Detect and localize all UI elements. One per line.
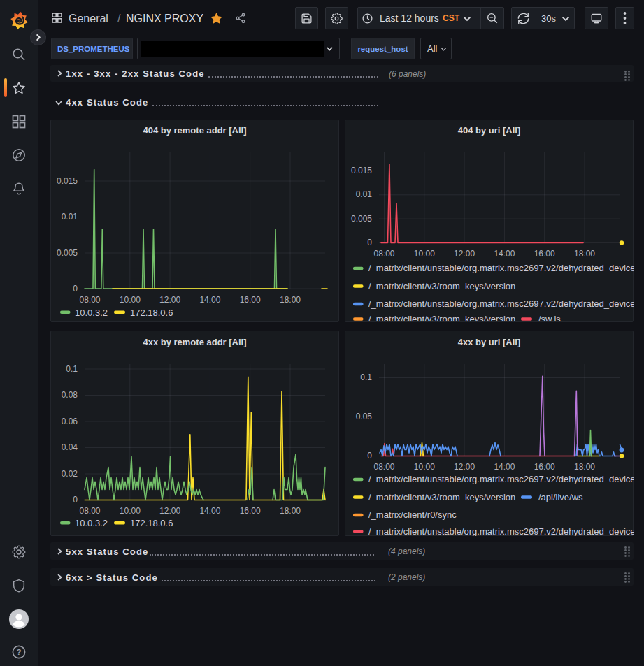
- svg-text:10:00: 10:00: [414, 249, 435, 259]
- svg-text:18:00: 18:00: [280, 295, 301, 305]
- svg-text:14:00: 14:00: [199, 295, 220, 305]
- svg-text:0.01: 0.01: [356, 189, 373, 199]
- svg-text:14:00: 14:00: [494, 462, 515, 472]
- svg-text:10:00: 10:00: [120, 506, 141, 516]
- svg-text:12:00: 12:00: [454, 462, 475, 472]
- svg-text:0.015: 0.015: [351, 166, 372, 175]
- svg-text:16:00: 16:00: [240, 506, 261, 516]
- svg-text:08:00: 08:00: [79, 506, 100, 516]
- svg-text:/_matrix/client/r0/sync: /_matrix/client/r0/sync: [368, 509, 457, 520]
- svg-text:10:00: 10:00: [120, 295, 141, 305]
- svg-text:08:00: 08:00: [373, 462, 394, 472]
- svg-text:172.18.0.6: 172.18.0.6: [130, 518, 173, 528]
- svg-text:0: 0: [73, 495, 78, 505]
- svg-text:0.015: 0.015: [57, 176, 78, 186]
- svg-text:/sw.js: /sw.js: [538, 314, 561, 321]
- svg-text:12:00: 12:00: [454, 249, 475, 259]
- svg-text:18:00: 18:00: [574, 249, 595, 259]
- svg-text:0.04: 0.04: [62, 442, 78, 452]
- svg-text:/_matrix/client/unstable/org.m: /_matrix/client/unstable/org.matrix.msc2…: [368, 474, 634, 484]
- svg-text:12:00: 12:00: [159, 506, 180, 516]
- svg-text:16:00: 16:00: [240, 295, 261, 305]
- svg-text:0.005: 0.005: [351, 214, 372, 224]
- svg-text:08:00: 08:00: [79, 295, 100, 305]
- svg-text:0.08: 0.08: [62, 390, 78, 400]
- svg-text:16:00: 16:00: [534, 462, 555, 472]
- svg-text:0: 0: [73, 284, 78, 294]
- svg-text:12:00: 12:00: [159, 295, 180, 305]
- svg-text:0: 0: [367, 238, 372, 247]
- svg-text:14:00: 14:00: [494, 249, 515, 259]
- svg-text:0.05: 0.05: [356, 412, 373, 421]
- svg-text:0.1: 0.1: [66, 364, 78, 374]
- svg-text:172.18.0.6: 172.18.0.6: [130, 307, 173, 318]
- svg-text:/_matrix/client/v3/room_keys/v: /_matrix/client/v3/room_keys/version: [368, 281, 515, 291]
- svg-text:18:00: 18:00: [280, 506, 301, 516]
- svg-text:14:00: 14:00: [199, 506, 220, 516]
- svg-text:0.02: 0.02: [62, 469, 78, 479]
- svg-text:/_matrix/client/unstable/org.m: /_matrix/client/unstable/org.matrix.msc2…: [368, 526, 634, 536]
- svg-text:0.1: 0.1: [360, 372, 372, 382]
- svg-text:?: ?: [16, 648, 21, 656]
- svg-text:/api/live/ws: /api/live/ws: [538, 492, 583, 502]
- svg-text:0.01: 0.01: [62, 212, 78, 222]
- svg-text:0.005: 0.005: [57, 248, 78, 258]
- svg-text:10.0.3.2: 10.0.3.2: [75, 307, 108, 318]
- svg-text:0: 0: [367, 451, 372, 461]
- svg-text:/_matrix/client/v3/room_keys/v: /_matrix/client/v3/room_keys/version: [368, 314, 515, 321]
- svg-text:18:00: 18:00: [574, 462, 595, 472]
- svg-text:0.06: 0.06: [62, 417, 78, 426]
- svg-text:08:00: 08:00: [373, 249, 394, 259]
- svg-text:/_matrix/client/unstable/org.m: /_matrix/client/unstable/org.matrix.msc2…: [368, 298, 634, 309]
- svg-text:/_matrix/client/v3/room_keys/v: /_matrix/client/v3/room_keys/version: [368, 492, 515, 502]
- svg-text:/_matrix/client/unstable/org.m: /_matrix/client/unstable/org.matrix.msc2…: [368, 263, 634, 273]
- svg-text:10.0.3.2: 10.0.3.2: [75, 518, 108, 528]
- svg-text:10:00: 10:00: [414, 462, 435, 472]
- svg-text:16:00: 16:00: [534, 249, 555, 259]
